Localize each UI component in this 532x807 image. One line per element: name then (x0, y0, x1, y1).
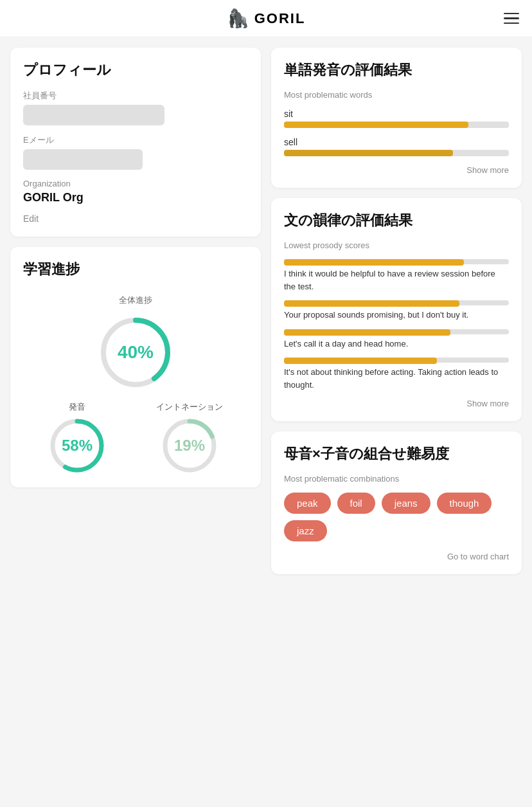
overall-label: 全体進捗 (119, 295, 152, 306)
word-pronunciation-card: 単語発音の評価結果 Most problematic words sit sel… (271, 48, 522, 188)
prosody-bar-track-4 (284, 358, 509, 363)
combo-tag-though[interactable]: though (437, 493, 492, 514)
prosody-bar-fill-4 (284, 358, 437, 364)
bar-fill-sit (284, 122, 468, 128)
word-bar-sell: sell (284, 137, 509, 156)
bar-fill-sell (284, 150, 453, 156)
word-pronunciation-title: 単語発音の評価結果 (284, 60, 509, 80)
combo-tags: peak foil jeans though jazz (284, 493, 509, 541)
prosody-row-4: It's not about thinking before acting. T… (284, 358, 509, 391)
left-column: プロフィール 社員番号 Eメール Organization GORIL Org … (10, 48, 261, 574)
logo-icon: 🦍 (227, 8, 251, 29)
prosody-text-3: Let's call it a day and head home. (284, 338, 509, 350)
prosody-card: 文の韻律の評価結果 Lowest prosody scores I think … (271, 198, 522, 421)
right-column: 単語発音の評価結果 Most problematic words sit sel… (271, 48, 522, 574)
intonation-circle-item: イントネーション 19% (156, 401, 223, 475)
org-value: GORIL Org (23, 191, 248, 204)
word-sit: sit (284, 109, 509, 119)
menu-line-3 (504, 23, 519, 24)
prosody-show-more-button[interactable]: Show more (284, 399, 509, 408)
menu-line-2 (504, 17, 519, 19)
profile-title: プロフィール (23, 60, 248, 80)
combo-tag-jazz[interactable]: jazz (284, 520, 327, 541)
prosody-row-1: I think it would be helpful to have a re… (284, 259, 509, 293)
employee-input[interactable] (23, 105, 164, 125)
intonation-pct: 19% (174, 437, 205, 454)
progress-card: 学習進捗 全体進捗 40% 発音 (10, 247, 261, 487)
prosody-text-2: Your proposal sounds promising, but I do… (284, 309, 509, 322)
prosody-row-2: Your proposal sounds promising, but I do… (284, 300, 509, 322)
pronunciation-label: 発音 (69, 401, 85, 413)
bar-track-sell (284, 150, 509, 156)
combo-tag-jeans[interactable]: jeans (382, 493, 430, 514)
prosody-bar-track-2 (284, 300, 509, 305)
pronunciation-circle: 58% (48, 417, 106, 475)
logo-text: GORIL (254, 10, 306, 27)
pronunciation-pct: 58% (62, 437, 93, 454)
email-label: Eメール (23, 134, 248, 146)
bar-track-sit (284, 122, 509, 128)
edit-button[interactable]: Edit (23, 213, 39, 224)
header: 🦍 GORIL (0, 0, 532, 37)
word-pronunciation-subtitle: Most problematic words (284, 90, 509, 100)
combo-subtitle: Most problematic combinations (284, 474, 509, 484)
intonation-label: イントネーション (156, 401, 223, 413)
menu-line-1 (504, 13, 519, 15)
prosody-bar-track-1 (284, 259, 509, 264)
overall-pct: 40% (118, 342, 154, 362)
profile-card: プロフィール 社員番号 Eメール Organization GORIL Org … (10, 48, 261, 237)
word-sell: sell (284, 137, 509, 147)
prosody-text-1: I think it would be helpful to have a re… (284, 267, 509, 293)
prosody-bar-track-3 (284, 329, 509, 334)
word-bar-sit: sit (284, 109, 509, 128)
main-grid: プロフィール 社員番号 Eメール Organization GORIL Org … (0, 37, 532, 585)
prosody-row-3: Let's call it a day and head home. (284, 329, 509, 350)
prosody-bar-fill-2 (284, 300, 459, 307)
logo: 🦍 GORIL (227, 8, 306, 29)
combo-tag-foil[interactable]: foil (337, 493, 375, 514)
employee-label: 社員番号 (23, 90, 248, 102)
prosody-subtitle: Lowest prosody scores (284, 240, 509, 250)
go-to-chart-button[interactable]: Go to word chart (284, 552, 509, 561)
prosody-text-4: It's not about thinking before acting. T… (284, 366, 509, 391)
combo-tag-peak[interactable]: peak (284, 493, 331, 514)
progress-title: 学習進捗 (23, 260, 248, 279)
pronunciation-circle-item: 発音 58% (48, 401, 106, 475)
sub-circles-row: 発音 58% イントネーション (23, 401, 248, 475)
combo-title: 母音×子音の組合せ難易度 (284, 444, 509, 464)
prosody-bar-fill-1 (284, 259, 464, 266)
intonation-circle: 19% (161, 417, 218, 475)
prosody-title: 文の韻律の評価結果 (284, 211, 509, 230)
overall-progress-container: 全体進捗 40% (23, 289, 248, 391)
email-input[interactable] (23, 149, 143, 170)
combo-card: 母音×子音の組合せ難易度 Most problematic combinatio… (271, 431, 522, 574)
word-show-more-button[interactable]: Show more (284, 165, 509, 175)
org-label: Organization (23, 179, 248, 188)
menu-button[interactable] (504, 13, 519, 24)
overall-circle: 40% (97, 314, 174, 391)
prosody-bar-fill-3 (284, 329, 450, 336)
